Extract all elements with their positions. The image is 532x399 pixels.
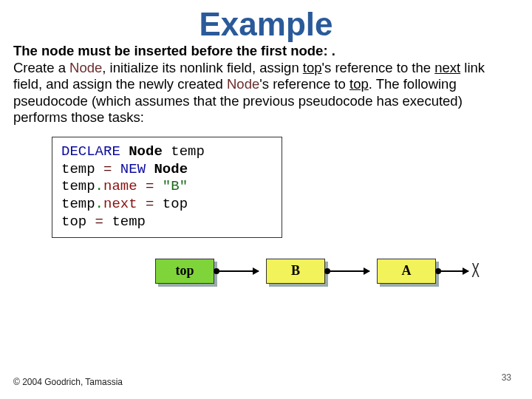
pseudocode-box: DECLARE Node temp temp = NEW Node temp.n… [52,137,282,238]
node-a: A [377,259,436,284]
field-name: name [103,178,146,194]
arrow-a-null [439,270,468,272]
lead-sentence: The node must be inserted before the fir… [13,43,335,58]
code-line-3: temp.name = "B" [61,178,277,196]
noun-node-2: Node [227,76,259,92]
var-top-2: top [61,214,95,230]
op-eq-2: = [146,178,154,194]
op-eq-1: = [103,161,112,177]
code-line-1: DECLARE Node temp [61,143,277,161]
dot-2: . [95,196,103,212]
node-top: top [155,259,214,284]
ref-top-1: top [303,60,322,75]
field-next: next [103,196,146,212]
var-temp-1: temp [163,143,205,160]
arrow-top-b [217,270,259,272]
para-t7: performs those tasks: [13,109,144,125]
ref-top-2: top [349,76,369,92]
op-eq-3: = [146,196,154,212]
var-temp-5: temp [103,214,146,230]
op-eq-4: = [95,214,103,230]
var-temp-3: temp [61,178,95,194]
kw-declare: DECLARE [61,143,129,160]
type-node-1: Node [129,143,163,160]
copyright-text: © 2004 Goodrich, Tamassia [13,377,123,387]
type-node-2: Node [154,161,188,177]
para-t2: , initialize its nonlink field, assign [102,60,302,75]
str-b: "B" [154,178,188,194]
para-t5: 's reference to [259,76,349,92]
var-temp-2: temp [61,161,103,177]
kw-new: NEW [112,161,154,177]
arrow-b-a [328,270,369,272]
para-t3: 's reference to the [322,60,435,75]
var-top-1: top [154,196,188,212]
noun-node-1: Node [69,60,102,75]
ref-next-1: next [434,60,460,75]
body-paragraph: The node must be inserted before the fir… [0,43,532,126]
page-number: 33 [502,372,511,383]
code-line-2: temp = NEW Node [61,161,277,179]
para-t1: Create a [13,60,69,75]
var-temp-4: temp [61,196,95,212]
code-line-4: temp.next = top [61,196,277,214]
code-line-5: top = temp [61,214,277,231]
slide-title: Example [0,6,532,43]
linked-list-diagram: top B A X [155,259,532,293]
null-mark-icon: X [471,258,480,282]
dot-1: . [95,178,103,194]
node-b: B [266,259,325,284]
